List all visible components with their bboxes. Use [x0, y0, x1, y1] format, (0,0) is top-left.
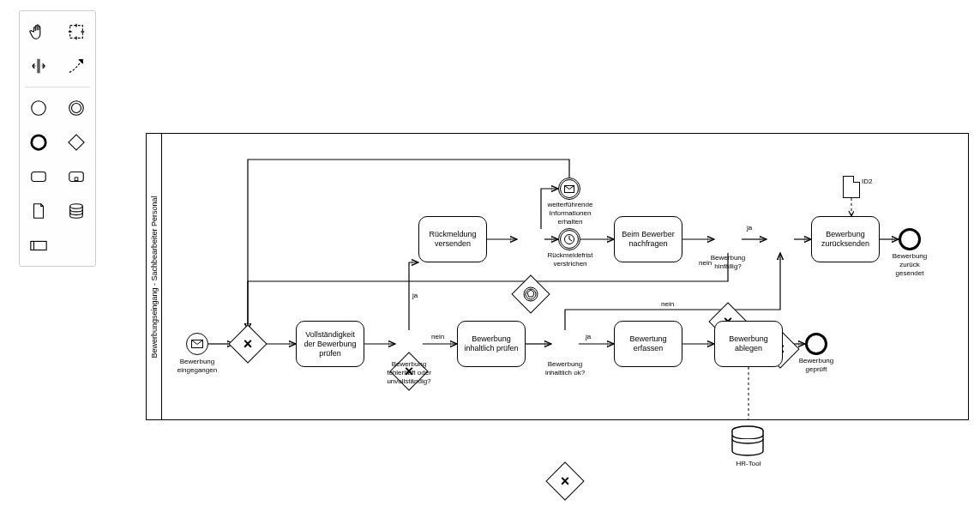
svg-rect-7: [69, 172, 84, 182]
task-label: Bewerbung zurücksenden: [815, 230, 875, 249]
svg-rect-5: [69, 135, 84, 150]
canvas: Bewerbungseingang - Sachbearbeiter Perso…: [0, 0, 980, 512]
intermediate-event-timer[interactable]: [558, 228, 580, 250]
end-event-tool[interactable]: [23, 129, 54, 156]
data-store-hr-tool[interactable]: [730, 425, 765, 460]
svg-point-4: [32, 136, 46, 150]
lane-title: Bewerbungseingang - Sachbearbeiter Perso…: [150, 196, 159, 358]
svg-point-1: [32, 101, 46, 116]
gateway-merge-g1[interactable]: ×: [234, 330, 262, 358]
svg-point-3: [72, 104, 81, 113]
task-record-evaluation[interactable]: Bewertung erfassen: [614, 321, 682, 367]
event-timer-label: Rückmeldefrist verstrichen: [543, 251, 598, 268]
data-object-tool[interactable]: [23, 197, 54, 225]
connect-tool[interactable]: [61, 52, 92, 80]
svg-rect-0: [70, 26, 83, 39]
end-checked-label: Bewerbung geprüft: [795, 357, 838, 374]
lasso-tool[interactable]: [61, 18, 92, 45]
lane-title-bar: Bewerbungseingang - Sachbearbeiter Perso…: [147, 134, 162, 419]
gateway-g2-label: Bewerbung fehlerhaft oder unvollständig?: [383, 360, 435, 386]
subprocess-tool[interactable]: [61, 163, 92, 190]
end-returned-label: Bewerbung zurück gesendet: [887, 252, 932, 278]
start-event-tool[interactable]: [23, 94, 54, 122]
intermediate-event-message[interactable]: [558, 178, 580, 200]
gateway-tool[interactable]: [61, 129, 92, 156]
task-check-content[interactable]: Bewerbung inhaltlich prüfen: [457, 321, 526, 367]
task-file-application[interactable]: Bewerbung ablegen: [714, 321, 783, 367]
task-label: Bewertung erfassen: [618, 334, 678, 353]
end-event-checked[interactable]: [805, 333, 827, 355]
task-label: Rückmeldung versenden: [423, 230, 483, 249]
svg-marker-32: [527, 290, 534, 297]
participant-tool[interactable]: [23, 232, 54, 259]
gateway-g4-label: Bewerbung hinfällig?: [707, 254, 749, 271]
edge-g3-nein: nein: [661, 300, 674, 309]
start-event-label: Bewerbung eingegangen: [171, 358, 223, 375]
svg-rect-10: [31, 241, 46, 250]
space-tool[interactable]: [23, 52, 54, 80]
end-event-returned[interactable]: [899, 228, 921, 250]
task-label: Beim Bewerber nachfragen: [618, 230, 678, 249]
svg-point-31: [526, 289, 536, 299]
edge-g2-nein: nein: [431, 333, 444, 341]
edge-g2-ja: ja: [412, 292, 418, 300]
data-object-id2-label: ID2: [862, 178, 872, 186]
event-info-label: weiterführende Informationen erhalten: [541, 201, 599, 226]
task-label: Bewerbung ablegen: [718, 334, 779, 353]
data-store-tool[interactable]: [61, 197, 92, 225]
task-tool[interactable]: [23, 163, 54, 190]
hand-tool[interactable]: [23, 18, 54, 45]
data-store-label: HR-Tool: [734, 460, 763, 468]
task-label: Bewerbung inhaltlich prüfen: [461, 334, 521, 353]
task-check-completeness[interactable]: Vollständigkeit der Bewerbung prüfen: [296, 321, 364, 367]
edge-g4-ja: ja: [747, 224, 752, 232]
pool[interactable]: Bewerbungseingang - Sachbearbeiter Perso…: [146, 133, 969, 420]
svg-point-9: [70, 204, 83, 209]
start-event[interactable]: [186, 333, 208, 355]
data-object-id2[interactable]: [843, 176, 860, 198]
edge-g3-ja: ja: [586, 333, 591, 341]
edge-g4-nein: nein: [699, 259, 712, 268]
tool-palette: [19, 10, 96, 267]
gateway-g3[interactable]: ×: [551, 467, 579, 495]
task-ask-applicant[interactable]: Beim Bewerber nachfragen: [614, 216, 682, 262]
task-label: Vollständigkeit der Bewerbung prüfen: [300, 330, 360, 358]
intermediate-event-tool[interactable]: [61, 94, 92, 122]
gateway-g3-label: Bewerbung inhaltlich ok?: [541, 360, 589, 377]
svg-rect-8: [75, 178, 78, 181]
svg-rect-6: [32, 172, 46, 182]
task-send-reply[interactable]: Rückmeldung versenden: [418, 216, 487, 262]
task-send-back[interactable]: Bewerbung zurücksenden: [811, 216, 880, 262]
gateway-event-based[interactable]: [517, 280, 544, 308]
